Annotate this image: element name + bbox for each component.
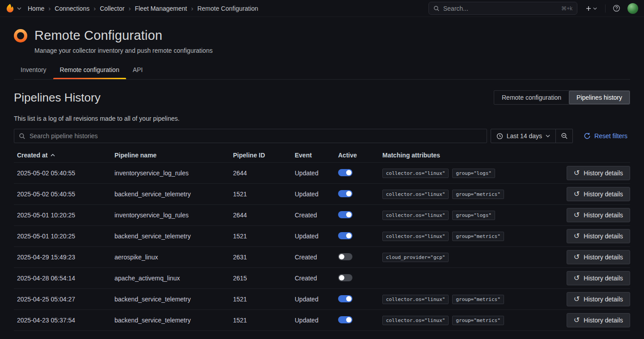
row-pipeline-id: 2644 <box>233 212 295 219</box>
tab-inventory[interactable]: Inventory <box>14 61 53 79</box>
row-pipeline-id: 2615 <box>233 275 295 282</box>
history-details-button[interactable]: ↺ History details <box>567 271 630 285</box>
history-details-label: History details <box>584 212 623 219</box>
page-title: Remote Configuration <box>34 28 212 43</box>
attribute-badge: collector.os="linux" <box>382 232 449 241</box>
active-toggle[interactable] <box>338 211 352 218</box>
history-details-button[interactable]: ↺ History details <box>567 208 630 222</box>
attribute-badge: group="metrics" <box>452 190 504 199</box>
breadcrumb-connections[interactable]: Connections <box>55 5 89 12</box>
history-details-label: History details <box>584 317 623 324</box>
attribute-badge: group="logs" <box>452 211 495 220</box>
row-pipeline-id: 2644 <box>233 170 295 177</box>
nav-right-controls: ⌘+k <box>428 2 638 15</box>
row-pipeline-name: backend_service_telemetry <box>114 191 233 198</box>
row-created-at: 2025-05-01 10:20:25 <box>17 233 114 240</box>
add-new-button[interactable] <box>584 4 599 13</box>
attribute-badge: group="metrics" <box>452 295 504 304</box>
chevron-right-icon: › <box>48 5 51 12</box>
active-toggle[interactable] <box>338 232 352 239</box>
view-toggle-group: Remote configuration Pipelines history <box>494 90 630 105</box>
row-matching-attributes: collector.os="linux"group="metrics" <box>382 316 560 325</box>
clock-icon <box>496 133 503 140</box>
active-toggle[interactable] <box>338 253 352 260</box>
active-toggle[interactable] <box>338 190 352 197</box>
history-details-button[interactable]: ↺ History details <box>567 292 630 306</box>
column-header-event: Event <box>295 152 338 159</box>
section-description: This list is a log of all revisions made… <box>14 115 630 122</box>
search-icon <box>433 5 440 12</box>
history-icon: ↺ <box>574 191 580 198</box>
zoom-out-icon <box>561 132 568 140</box>
grafana-logo-menu[interactable] <box>4 4 25 13</box>
pipeline-search-box[interactable] <box>14 129 487 143</box>
global-search-box[interactable]: ⌘+k <box>428 2 577 15</box>
row-created-at: 2025-04-25 05:04:27 <box>17 296 114 303</box>
time-range-picker[interactable]: Last 14 days <box>491 129 556 143</box>
tab-api[interactable]: API <box>126 61 150 79</box>
active-toggle[interactable] <box>338 169 352 176</box>
nav-divider <box>605 4 606 13</box>
row-event: Updated <box>295 233 338 240</box>
column-header-active: Active <box>338 152 382 159</box>
attribute-badge: cloud_provider="gcp" <box>382 253 449 262</box>
breadcrumb-collector[interactable]: Collector <box>100 5 124 12</box>
attribute-badge: collector.os="linux" <box>382 190 449 199</box>
page-subtitle: Manage your collector inventory and push… <box>34 47 212 54</box>
tab-remote-configuration[interactable]: Remote configuration <box>53 61 126 79</box>
row-created-at: 2025-05-01 10:20:25 <box>17 212 114 219</box>
row-created-at: 2025-05-02 05:40:55 <box>17 191 114 198</box>
pipeline-search-input[interactable] <box>30 132 482 140</box>
chevron-right-icon: › <box>191 5 193 12</box>
table-row: 2025-05-01 10:20:25 backend_service_tele… <box>14 226 630 247</box>
history-details-label: History details <box>584 170 623 177</box>
column-header-created-at[interactable]: Created at <box>17 152 114 159</box>
reset-filters-label: Reset filters <box>594 132 627 140</box>
row-matching-attributes: collector.os="linux"group="metrics" <box>382 295 560 304</box>
reset-filters-button[interactable]: Reset filters <box>584 132 627 140</box>
history-icon: ↺ <box>574 170 580 177</box>
table-row: 2025-04-23 05:37:54 backend_service_tele… <box>14 310 630 331</box>
history-icon: ↺ <box>574 317 580 324</box>
zoom-out-time-button[interactable] <box>556 129 573 143</box>
history-details-button[interactable]: ↺ History details <box>567 229 630 243</box>
history-details-label: History details <box>584 296 623 303</box>
row-pipeline-name: backend_service_telemetry <box>114 296 233 303</box>
user-avatar[interactable] <box>627 3 638 14</box>
breadcrumb-fleet-management[interactable]: Fleet Management <box>135 5 187 12</box>
row-pipeline-id: 1521 <box>233 317 295 324</box>
view-remote-configuration-button[interactable]: Remote configuration <box>494 91 569 104</box>
row-event: Updated <box>295 191 338 198</box>
row-matching-attributes: cloud_provider="gcp" <box>382 253 560 262</box>
history-details-label: History details <box>584 254 623 261</box>
row-created-at: 2025-04-29 15:49:23 <box>17 254 114 261</box>
search-shortcut-hint: ⌘+k <box>561 5 572 12</box>
help-button[interactable] <box>612 4 621 13</box>
sort-ascending-icon <box>51 154 55 157</box>
row-created-at: 2025-04-28 06:54:14 <box>17 275 114 282</box>
history-icon: ↺ <box>574 275 580 282</box>
history-details-button[interactable]: ↺ History details <box>567 187 630 201</box>
table-row: 2025-04-28 06:54:14 apache_activemq_linu… <box>14 268 630 289</box>
active-toggle[interactable] <box>338 295 352 302</box>
table-header: Created at Pipeline name Pipeline ID Eve… <box>14 148 630 163</box>
column-header-pipeline-id: Pipeline ID <box>233 152 295 159</box>
history-icon: ↺ <box>574 254 580 261</box>
breadcrumb: Home › Connections › Collector › Fleet M… <box>28 5 258 12</box>
chevron-right-icon: › <box>128 5 131 12</box>
active-toggle[interactable] <box>338 316 352 323</box>
breadcrumb-home[interactable]: Home <box>28 5 44 12</box>
global-search-input[interactable] <box>443 5 558 12</box>
table-row: 2025-04-29 15:49:23 aerospike_linux 2631… <box>14 247 630 268</box>
history-details-button[interactable]: ↺ History details <box>567 250 630 264</box>
active-toggle[interactable] <box>338 274 352 281</box>
view-pipelines-history-button[interactable]: Pipelines history <box>569 91 630 104</box>
history-details-button[interactable]: ↺ History details <box>567 313 630 327</box>
row-event: Created <box>295 212 338 219</box>
history-details-button[interactable]: ↺ History details <box>567 166 630 180</box>
history-details-label: History details <box>584 191 623 198</box>
remote-configuration-app-icon <box>14 29 27 42</box>
row-event: Updated <box>295 296 338 303</box>
attribute-badge: collector.os="linux" <box>382 211 449 220</box>
attribute-badge: group="logs" <box>452 169 495 178</box>
